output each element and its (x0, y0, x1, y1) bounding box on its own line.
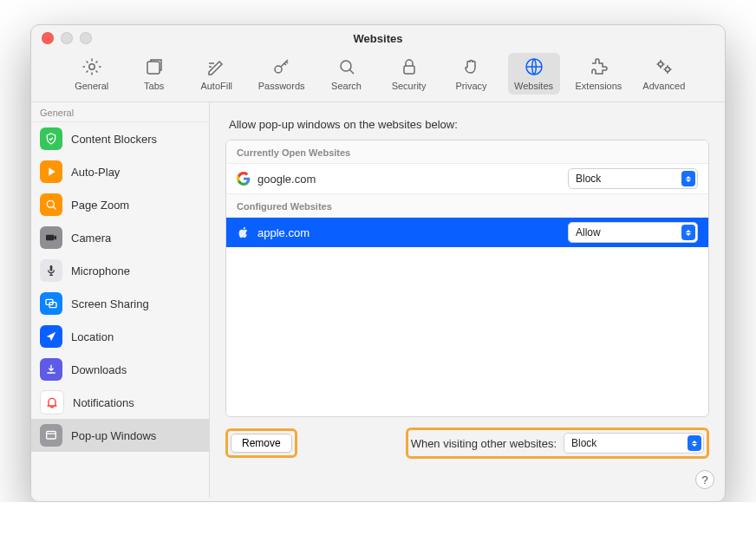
location-arrow-icon (40, 325, 62, 348)
other-websites-label: When visiting other websites: (411, 437, 557, 450)
help-button[interactable]: ? (695, 470, 714, 489)
svg-point-8 (47, 200, 54, 207)
tab-passwords[interactable]: Passwords (253, 53, 310, 95)
puzzle-icon (588, 56, 609, 79)
other-websites-select[interactable]: Block (564, 433, 704, 454)
sidebar-item-microphone[interactable]: Microphone (31, 254, 209, 287)
svg-rect-10 (50, 265, 53, 271)
main-panel: Allow pop-up windows on the websites bel… (210, 102, 725, 498)
tabs-icon (144, 56, 165, 79)
camera-icon (40, 226, 62, 249)
dropdown-caret-icon (681, 225, 695, 240)
svg-point-3 (341, 61, 351, 71)
bell-icon (40, 390, 64, 415)
hand-icon (461, 56, 482, 79)
sidebar-item-content-blockers[interactable]: Content Blockers (31, 122, 209, 155)
website-domain: google.com (257, 173, 561, 186)
lock-icon (399, 56, 420, 79)
tab-autofill[interactable]: AutoFill (191, 53, 243, 95)
sidebar-item-autoplay[interactable]: Auto-Play (31, 155, 209, 188)
website-setting-select[interactable]: Block (568, 168, 698, 189)
search-icon (336, 56, 357, 79)
svg-point-6 (658, 62, 662, 67)
apple-favicon-icon (237, 225, 251, 239)
tab-advanced[interactable]: Advanced (637, 53, 690, 95)
globe-icon (524, 56, 544, 79)
website-domain: apple.com (257, 226, 561, 239)
sidebar-item-screen-sharing[interactable]: Screen Sharing (31, 287, 209, 320)
dropdown-caret-icon (688, 435, 701, 451)
microphone-icon (40, 259, 62, 282)
magnifier-icon (40, 193, 62, 216)
shield-check-icon (40, 127, 62, 150)
tab-websites[interactable]: Websites (508, 53, 560, 95)
tab-search[interactable]: Search (321, 53, 373, 95)
website-row[interactable]: google.com Block (226, 164, 708, 193)
window-title: Websites (31, 32, 725, 45)
svg-rect-13 (47, 431, 56, 439)
content-area: General Content Blockers Auto-Play Page … (31, 102, 725, 498)
tab-privacy[interactable]: Privacy (446, 53, 498, 95)
svg-rect-4 (404, 66, 414, 74)
sidebar-item-location[interactable]: Location (31, 320, 209, 353)
remove-button[interactable]: Remove (231, 434, 292, 453)
sidebar-item-camera[interactable]: Camera (31, 221, 209, 254)
other-websites-highlight: When visiting other websites: Block (406, 428, 709, 459)
autofill-icon (206, 56, 227, 79)
website-row[interactable]: apple.com Allow (226, 218, 708, 247)
website-setting-select[interactable]: Allow (568, 222, 698, 243)
svg-point-7 (665, 68, 669, 72)
svg-point-0 (89, 64, 94, 69)
key-icon (271, 56, 292, 79)
sidebar: General Content Blockers Auto-Play Page … (31, 102, 210, 498)
dropdown-caret-icon (681, 171, 695, 186)
gear-icon (81, 56, 102, 79)
titlebar: Websites (31, 25, 725, 51)
bottom-controls: Remove When visiting other websites: Blo… (225, 428, 709, 459)
preferences-toolbar: General Tabs AutoFill Passwords Search S… (31, 51, 725, 102)
tab-general[interactable]: General (66, 53, 118, 95)
svg-rect-9 (46, 235, 54, 241)
svg-point-2 (275, 66, 282, 73)
section-open-websites: Currently Open Websites (226, 140, 708, 164)
sidebar-item-popup-windows[interactable]: Pop-up Windows (31, 419, 209, 452)
play-icon (40, 160, 62, 183)
section-configured-websites: Configured Websites (226, 193, 708, 218)
gears-icon (654, 56, 675, 79)
tab-security[interactable]: Security (383, 53, 435, 95)
svg-rect-1 (147, 62, 160, 74)
window-icon (40, 424, 62, 447)
main-heading: Allow pop-up windows on the websites bel… (229, 118, 709, 131)
sidebar-item-page-zoom[interactable]: Page Zoom (31, 188, 209, 221)
sidebar-item-notifications[interactable]: Notifications (31, 386, 209, 419)
google-favicon-icon (237, 172, 251, 186)
sidebar-heading: General (31, 102, 209, 122)
websites-list: Currently Open Websites google.com Block… (225, 140, 709, 417)
preferences-window: Websites General Tabs AutoFill Passwords… (30, 24, 726, 502)
remove-highlight: Remove (225, 428, 297, 458)
tab-extensions[interactable]: Extensions (570, 53, 628, 95)
sidebar-item-downloads[interactable]: Downloads (31, 353, 209, 386)
screen-sharing-icon (40, 292, 62, 315)
tab-tabs[interactable]: Tabs (128, 53, 180, 95)
download-icon (40, 358, 62, 381)
